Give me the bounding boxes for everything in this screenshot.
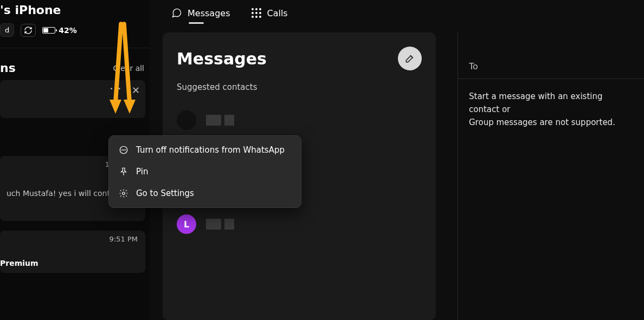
notification-card[interactable]: 9:51 PM Premium xyxy=(0,231,145,273)
device-name: 's iPhone xyxy=(0,0,150,17)
menu-go-to-settings[interactable]: Go to Settings xyxy=(112,182,298,204)
avatar xyxy=(177,110,196,130)
notifications-heading: ns xyxy=(0,61,16,75)
avatar: L xyxy=(177,214,196,234)
compose-button[interactable] xyxy=(398,47,422,70)
redacted-name xyxy=(206,115,234,126)
tab-label: Calls xyxy=(267,8,287,18)
top-tabs: Messages Calls xyxy=(150,0,644,28)
redacted-name xyxy=(206,219,234,230)
messages-heading: Messages xyxy=(177,49,267,68)
chat-icon xyxy=(171,8,182,18)
notification-card[interactable]: ··· ✕ xyxy=(0,80,145,118)
tab-messages[interactable]: Messages xyxy=(171,8,230,23)
divider xyxy=(0,48,150,48)
suggested-contact[interactable] xyxy=(177,110,422,130)
battery-status: 42% xyxy=(42,26,77,35)
close-icon[interactable]: ✕ xyxy=(132,84,140,96)
suggested-contacts-label: Suggested contacts xyxy=(177,82,422,92)
notification-timestamp: 9:51 PM xyxy=(110,235,138,243)
compose-panel: To Start a message with an existing cont… xyxy=(458,32,644,320)
pin-icon xyxy=(119,167,128,177)
to-label: To xyxy=(469,61,478,71)
refresh-button[interactable] xyxy=(21,24,36,37)
device-status-badge: d xyxy=(0,23,14,37)
dialpad-icon xyxy=(252,8,261,18)
notification-title: Premium xyxy=(0,259,38,267)
clear-all-link[interactable]: Clear all xyxy=(113,64,144,73)
compose-hint: Start a message with an existing contact… xyxy=(458,79,644,140)
more-icon[interactable]: ··· xyxy=(110,84,122,96)
gear-icon xyxy=(119,188,128,198)
menu-pin[interactable]: Pin xyxy=(112,161,298,182)
to-field[interactable]: To xyxy=(458,54,644,79)
tab-calls[interactable]: Calls xyxy=(252,8,287,23)
block-icon xyxy=(119,145,128,155)
svg-point-3 xyxy=(123,192,125,195)
notification-context-menu: Turn off notifications from WhatsApp Pin… xyxy=(108,135,301,208)
battery-pct: 42% xyxy=(59,26,77,35)
tab-label: Messages xyxy=(188,8,230,18)
menu-turn-off-notifications[interactable]: Turn off notifications from WhatsApp xyxy=(112,139,298,161)
battery-icon xyxy=(42,27,55,34)
suggested-contact[interactable]: L xyxy=(177,214,422,234)
compose-icon xyxy=(404,53,415,64)
